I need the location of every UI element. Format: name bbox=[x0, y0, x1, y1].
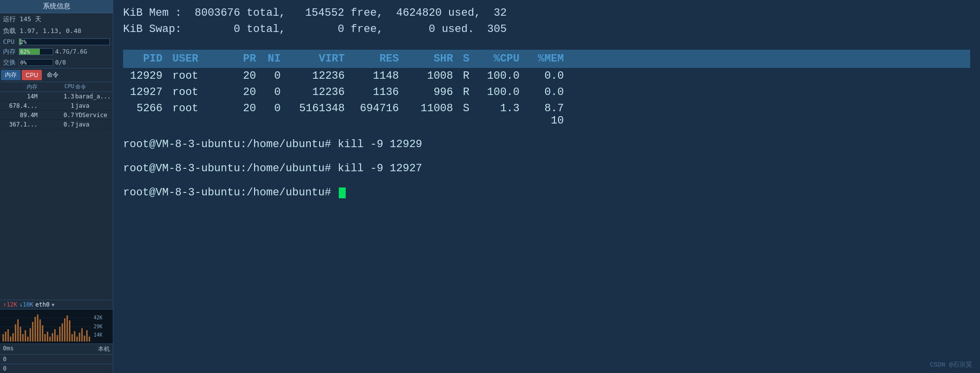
svg-rect-39 bbox=[89, 337, 90, 342]
svg-rect-5 bbox=[5, 332, 6, 342]
uptime-row: 运行 145 天 bbox=[0, 13, 113, 25]
swap-row: 交换 0% 0/0 bbox=[0, 57, 113, 68]
col-mem: %MEM bbox=[529, 53, 569, 65]
proc-mem: 678.4... bbox=[2, 102, 37, 109]
cell-pr: 20 bbox=[236, 70, 266, 82]
proc-cpu: 1.3 bbox=[38, 93, 74, 100]
net-iface: eth0 bbox=[35, 301, 50, 308]
cell-shr: 996 bbox=[409, 86, 463, 98]
tab-cpu[interactable]: CPU bbox=[22, 70, 42, 80]
tab-cmd[interactable]: 命令 bbox=[43, 70, 63, 80]
cell-mem: 0.0 bbox=[529, 86, 569, 98]
net-row: ↑12K ↓10K eth0 ▼ bbox=[0, 300, 113, 309]
swap-info-line: KiB Swap: 0 total, 0 free, 0 used. 305 bbox=[123, 21, 970, 37]
proc-col-cpu: CPU bbox=[38, 83, 74, 91]
col-pid: PID bbox=[123, 53, 172, 65]
cell-virt: 12236 bbox=[291, 86, 355, 98]
cpu-bar-container: 2% bbox=[19, 38, 110, 45]
svg-rect-33 bbox=[74, 331, 75, 342]
cell-res: 1136 bbox=[355, 86, 409, 98]
svg-rect-18 bbox=[37, 314, 38, 342]
list-item: 14M 1.3 barad_a... bbox=[0, 92, 113, 101]
svg-rect-13 bbox=[25, 330, 26, 342]
proc-table-header: PID USER PR NI VIRT RES SHR S %CPU %MEM bbox=[123, 50, 970, 68]
mem-info-line: KiB Mem : 8003676 total, 154552 free, 46… bbox=[123, 5, 970, 21]
cell-pr: 20 bbox=[236, 102, 266, 127]
cmd-prompt-2: root@VM-8-3-ubuntu:/home/ubuntu# kill -9… bbox=[123, 162, 422, 175]
col-res: RES bbox=[355, 53, 409, 65]
swap-bar-text: 0% bbox=[20, 60, 27, 66]
disk-row2: 0 bbox=[0, 354, 113, 364]
cell-pr: 20 bbox=[236, 86, 266, 98]
col-shr: SHR bbox=[409, 53, 463, 65]
col-pr: PR bbox=[236, 53, 266, 65]
cell-pid: 12929 bbox=[123, 70, 172, 82]
cell-virt: 5161348 bbox=[291, 102, 355, 127]
svg-rect-29 bbox=[64, 318, 65, 342]
swap-bar-container: 0% bbox=[19, 59, 53, 66]
table-row: 12929 root 20 0 12236 1148 1008 R 100.0 … bbox=[123, 68, 970, 84]
cell-pid: 12927 bbox=[123, 86, 172, 98]
svg-rect-37 bbox=[84, 336, 85, 342]
cpu-bar-row: CPU 2% bbox=[0, 37, 113, 46]
cell-s: S bbox=[463, 102, 480, 127]
net-down: ↓10K bbox=[19, 301, 33, 308]
svg-rect-4 bbox=[2, 334, 4, 342]
svg-rect-17 bbox=[34, 317, 36, 342]
terminal-cursor bbox=[339, 187, 346, 198]
cmd-prompt-3: root@VM-8-3-ubuntu:/home/ubuntu# bbox=[123, 186, 338, 199]
cmd-line-2: root@VM-8-3-ubuntu:/home/ubuntu# kill -9… bbox=[123, 160, 970, 177]
proc-col-cmd: 命令 bbox=[75, 83, 111, 91]
cell-shr: 11008 bbox=[409, 102, 463, 127]
proc-list: 内存 CPU 命令 14M 1.3 barad_a... 678.4... 1 … bbox=[0, 82, 113, 300]
svg-rect-36 bbox=[81, 328, 83, 342]
svg-rect-30 bbox=[66, 315, 68, 342]
cmd-line-1: root@VM-8-3-ubuntu:/home/ubuntu# kill -9… bbox=[123, 136, 970, 153]
proc-cmd: java bbox=[75, 102, 111, 109]
proc-cmd: barad_a... bbox=[75, 93, 111, 100]
svg-rect-24 bbox=[52, 333, 53, 342]
left-panel: 系统信息 运行 145 天 负载 1.97, 1.13, 0.48 CPU 2%… bbox=[0, 0, 113, 373]
cell-user: root bbox=[172, 102, 236, 127]
cell-user: root bbox=[172, 70, 236, 82]
svg-rect-9 bbox=[15, 324, 16, 342]
mem-bar-container: 62% bbox=[19, 48, 53, 55]
disk-val3: 0 bbox=[3, 365, 6, 372]
svg-rect-19 bbox=[39, 319, 41, 342]
disk-latency: 0ms bbox=[3, 345, 14, 353]
svg-rect-32 bbox=[71, 334, 73, 342]
disk-row3: 0 bbox=[0, 364, 113, 373]
svg-rect-31 bbox=[69, 320, 70, 342]
svg-rect-7 bbox=[10, 337, 11, 342]
svg-rect-16 bbox=[32, 322, 33, 342]
load-text: 负载 1.97, 1.13, 0.48 bbox=[3, 27, 81, 34]
proc-cpu: 1 bbox=[38, 102, 74, 109]
tab-mem[interactable]: 内存 bbox=[1, 70, 21, 80]
mem-val: 4.7G/7.6G bbox=[55, 48, 87, 55]
svg-rect-25 bbox=[54, 329, 56, 342]
svg-rect-38 bbox=[86, 330, 88, 342]
svg-rect-15 bbox=[30, 328, 31, 342]
sys-title: 系统信息 bbox=[0, 0, 113, 13]
cmd-prompt-1: root@VM-8-3-ubuntu:/home/ubuntu# kill -9… bbox=[123, 138, 422, 151]
proc-col-mem: 内存 bbox=[2, 83, 37, 91]
cell-pid: 5266 bbox=[123, 102, 172, 127]
svg-rect-23 bbox=[49, 337, 51, 342]
cpu-label: CPU bbox=[3, 38, 17, 45]
svg-text:42K: 42K bbox=[94, 315, 102, 320]
cell-ni: 0 bbox=[266, 102, 291, 127]
svg-text:29K: 29K bbox=[94, 324, 102, 329]
col-user: USER bbox=[172, 53, 236, 65]
cell-virt: 12236 bbox=[291, 70, 355, 82]
svg-rect-10 bbox=[17, 319, 19, 342]
net-chevron-icon: ▼ bbox=[52, 302, 55, 308]
proc-cmd: YDService bbox=[75, 112, 111, 119]
col-ni: NI bbox=[266, 53, 291, 65]
table-row: 5266 root 20 0 5161348 694716 11008 S 1.… bbox=[123, 100, 970, 129]
svg-rect-28 bbox=[62, 323, 63, 342]
proc-list-header: 内存 CPU 命令 bbox=[0, 82, 113, 92]
swap-label: 交换 bbox=[3, 58, 17, 67]
svg-rect-34 bbox=[76, 337, 78, 342]
svg-rect-27 bbox=[59, 327, 61, 342]
svg-rect-8 bbox=[12, 333, 14, 342]
